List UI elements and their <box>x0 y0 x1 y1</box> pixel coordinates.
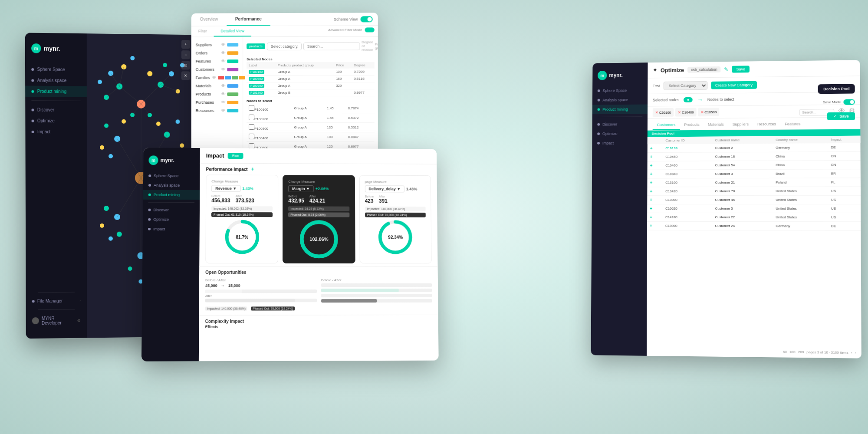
table-row: + C10620 Customer 5 United States US <box>647 204 861 213</box>
impact-nav-sphere[interactable]: Sphere Space <box>143 171 200 181</box>
pct-header: Overview Performance Scheme View <box>191 13 378 26</box>
filter-products[interactable]: Products 👁 <box>191 90 243 98</box>
nav-dot <box>31 79 34 82</box>
eye-icon: 👁 <box>221 42 225 47</box>
filter-resources[interactable]: Resources 👁 <box>191 106 243 115</box>
page-size-200[interactable]: 200 <box>798 350 804 354</box>
sidebar-item-sphere[interactable]: Sphere Space <box>25 64 87 76</box>
pr-nav-sphere[interactable]: Sphere Space <box>592 85 648 95</box>
run-button[interactable]: Run <box>228 153 243 159</box>
tab-products[interactable]: Products <box>680 120 704 130</box>
page-size-50[interactable]: 50 <box>783 350 787 354</box>
eye-icon: 👁 <box>221 100 225 105</box>
avatar <box>32 317 39 324</box>
tab-performance[interactable]: Performance <box>227 13 270 26</box>
settings-btn[interactable]: ✕ <box>181 71 190 80</box>
col-price: Price <box>334 62 352 69</box>
tab-suppliers[interactable]: Suppliers <box>728 120 753 129</box>
impact-nav-impact[interactable]: Impact <box>143 224 200 234</box>
svg-point-29 <box>128 266 132 271</box>
th-impact: Impact <box>828 136 860 143</box>
sidebar-item-discover[interactable]: Discover <box>25 104 87 115</box>
impact-nav-optimize[interactable]: Optimize <box>143 215 200 224</box>
toggle-switch[interactable] <box>361 16 373 22</box>
fit-btn[interactable]: ⊡ <box>181 61 190 69</box>
open-opportunities-section: Open Opportunities Before / After 45,000… <box>199 266 438 315</box>
subtab-filter[interactable]: Filter <box>191 26 214 37</box>
row-checkbox[interactable] <box>249 115 254 120</box>
impact-nav-analysis[interactable]: Analysis space <box>143 181 200 190</box>
sidebar-item-impact[interactable]: Impact <box>25 126 86 138</box>
optimize-main: Decision Pool Save Mode ✓ Save ✦ Optimiz… <box>647 60 861 358</box>
tab-customers[interactable]: Customers <box>653 120 680 130</box>
nav-section: Sphere Space Analysis space Product mini… <box>25 62 87 139</box>
donut-value-1: 81.7% <box>236 234 248 239</box>
tab-features[interactable]: Features <box>780 119 805 129</box>
filter-materials[interactable]: Materials 👁 <box>191 82 243 90</box>
save-mode-area: Save Mode <box>823 99 855 105</box>
file-manager-item[interactable]: File Manager › <box>32 296 81 306</box>
table-row: + C10460 Customer 54 China CN <box>648 161 861 170</box>
tab-overview[interactable]: Overview <box>191 13 227 26</box>
eye-icon: 👁 <box>221 108 225 113</box>
save-mode-toggle[interactable] <box>843 99 855 105</box>
svg-point-11 <box>147 71 152 76</box>
prev-page-btn[interactable]: ‹ <box>851 351 852 355</box>
pr-nav-product[interactable]: Product mining <box>592 105 648 115</box>
sidebar-item-analysis[interactable]: Analysis space <box>25 75 87 86</box>
tab-materials[interactable]: Materials <box>704 120 728 130</box>
filter-suppliers[interactable]: Suppliers 👁 <box>191 40 243 49</box>
nav-divider <box>31 100 80 101</box>
search-input2[interactable] <box>303 42 360 50</box>
row-checkbox[interactable] <box>249 134 254 139</box>
search-input[interactable] <box>267 42 302 50</box>
row-checkbox[interactable] <box>249 124 254 130</box>
sidebar-item-optimize[interactable]: Optimize <box>25 115 87 126</box>
metrics-row: Change Measure Revenue ▼ 1.43% Before 45… <box>199 172 437 266</box>
revenue-select[interactable]: Revenue ▼ <box>211 185 240 192</box>
filter-customers[interactable]: Customers 👁 <box>191 65 243 73</box>
adv-toggle-pill[interactable] <box>365 27 375 32</box>
zoom-out-btn[interactable]: − <box>181 50 190 59</box>
impact-nav-discover[interactable]: Discover <box>143 205 200 215</box>
complexity-title: Complexity Impact <box>205 319 432 324</box>
row-checkbox[interactable] <box>249 105 254 111</box>
filter-families[interactable]: Families 👁 <box>191 73 243 82</box>
header-save-btn[interactable]: Save <box>732 66 750 72</box>
pr-nav-impact[interactable]: Impact <box>592 138 648 148</box>
sidebar-item-product-mining[interactable]: Product mining <box>25 86 87 97</box>
category-select[interactable]: Select Category <box>663 81 707 90</box>
margin-select[interactable]: Margin ▼ <box>288 185 314 192</box>
filter-features[interactable]: Features 👁 <box>191 57 243 65</box>
svg-point-16 <box>164 132 170 138</box>
opp-bar-col-2: Before / After <box>321 278 432 304</box>
create-category-button[interactable]: Create New Category <box>711 81 757 89</box>
filter-bar <box>227 59 238 63</box>
pr-nav-discover[interactable]: Discover <box>592 119 648 129</box>
zoom-in-btn[interactable]: + <box>181 40 190 49</box>
filter-orders[interactable]: Orders 👁 <box>191 49 243 57</box>
perf-impact-header: Performance Impact + <box>200 164 437 173</box>
logo-icon-2: m <box>598 71 607 80</box>
nav-dot <box>31 68 34 71</box>
subtab-detailed[interactable]: Detailed View <box>214 26 251 36</box>
col-product-group: Products product group <box>275 62 334 69</box>
page-size-100[interactable]: 100 <box>789 350 796 354</box>
margin-before: 432.95 <box>288 198 304 204</box>
impact-nav-product[interactable]: Product mining <box>143 190 200 200</box>
tab-resources[interactable]: Resources <box>753 120 780 129</box>
node-chip: ✕ C10500 <box>698 108 720 116</box>
test-label: Test <box>653 84 660 88</box>
pr-nav-optimize[interactable]: Optimize <box>592 129 647 138</box>
delivery-select[interactable]: Delivery_delay ▼ <box>365 185 404 192</box>
advanced-filter-toggle[interactable]: Advanced Filter Mode <box>325 26 378 36</box>
filter-purchases[interactable]: Purchases 👁 <box>191 98 243 106</box>
svg-point-20 <box>104 206 109 211</box>
save-button[interactable]: ✓ Save <box>827 112 855 120</box>
add-metric-btn[interactable]: + <box>251 166 254 172</box>
edit-icon[interactable]: ✎ <box>724 66 729 72</box>
next-page-btn[interactable]: › <box>855 351 856 355</box>
table-row: + C10340 Customer 3 Brazil BR <box>647 169 860 178</box>
table-row: P100300 Group A1350.5512 <box>247 122 375 132</box>
pr-nav-analysis[interactable]: Analysis space <box>592 95 648 105</box>
